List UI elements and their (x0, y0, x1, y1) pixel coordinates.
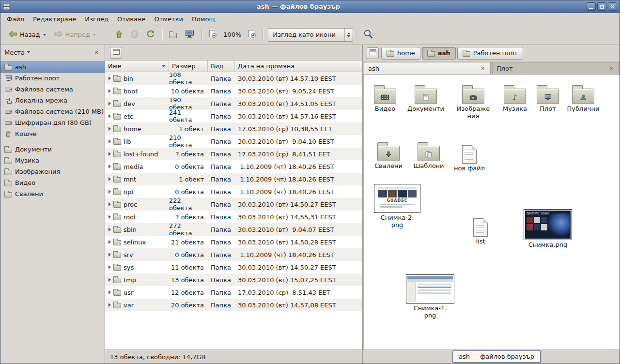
sort-arrow-icon[interactable] (162, 65, 166, 67)
reload-button[interactable] (142, 27, 159, 43)
table-row[interactable]: etc241 обектаПапка30.03.2010 (вт) 14,57,… (105, 110, 362, 122)
home-button[interactable] (165, 27, 181, 43)
file-icon-item[interactable]: Шаблони (409, 141, 449, 170)
file-icon-item[interactable]: Изображения (453, 84, 493, 120)
column-header[interactable]: Вид (208, 61, 235, 72)
stop-button[interactable] (126, 27, 142, 43)
expander-icon[interactable] (108, 253, 111, 257)
expander-icon[interactable] (108, 139, 111, 143)
table-row[interactable]: var20 обектаПапка30.03.2010 (вт) 14,57,0… (105, 299, 362, 311)
expander-icon[interactable] (108, 152, 111, 156)
expander-icon[interactable] (108, 177, 111, 181)
table-row[interactable]: lib210 обектаПапка30.03.2010 (вт) 9,04,1… (105, 135, 362, 148)
table-row[interactable]: media0 обектаПапка 1.10.2009 (чт) 18,40,… (105, 160, 362, 173)
expander-icon[interactable] (108, 303, 111, 307)
sidebar-item[interactable]: Свалени (0, 188, 105, 199)
table-row[interactable]: sys11 обектаПапка30.03.2010 (вт) 14,50,2… (105, 261, 362, 273)
sidebar-item[interactable]: Файлова система (0, 84, 105, 95)
maximize-button[interactable] (597, 2, 606, 11)
menu-item[interactable]: Помощ (187, 14, 219, 24)
zoom-in-button[interactable] (244, 27, 260, 43)
expander-icon[interactable] (108, 165, 111, 168)
minimize-button[interactable] (587, 2, 596, 11)
table-row[interactable]: sbin272 обектаПапка30.03.2010 (вт) 9,04,… (105, 223, 362, 236)
file-icon-item[interactable]: Публични (563, 84, 603, 113)
table-row[interactable]: proc222 обектаПапка30.03.2010 (вт) 14,50… (105, 198, 362, 211)
view-mode-select[interactable]: Изглед като икони (268, 28, 353, 42)
expander-icon[interactable] (108, 215, 111, 219)
table-row[interactable]: boot10 обектаПапка30.03.2010 (вт) 9,05,2… (105, 85, 362, 97)
sidebar-item[interactable]: Видео (0, 177, 105, 188)
menu-item[interactable]: Отметки (150, 14, 187, 24)
sidebar-item[interactable]: Работен плот (0, 73, 105, 84)
up-button[interactable] (111, 27, 126, 43)
sidebar-item[interactable]: ash (0, 61, 105, 73)
sidebar-dropdown-icon[interactable] (27, 51, 30, 53)
menu-item[interactable]: Отиване (113, 14, 150, 24)
back-button[interactable]: Назад (4, 27, 50, 43)
tab-close-icon[interactable]: ✕ (608, 65, 615, 72)
expander-icon[interactable] (108, 190, 111, 194)
file-icon-item[interactable]: Плот (528, 84, 568, 113)
expander-icon[interactable] (108, 265, 111, 269)
table-row[interactable]: lost+found? обектаПапка17.03.2010 (ср) 8… (105, 148, 362, 160)
file-icon-item[interactable]: list (461, 216, 500, 245)
table-row[interactable]: home1 обектПапка17.03.2010 (ср) 10,38,55… (105, 122, 362, 135)
icon-canvas[interactable]: ВидеоДокументиИзображения♪МузикаПлотПубл… (363, 75, 620, 349)
file-icon-item[interactable]: Документи (406, 84, 446, 113)
sidebar-item[interactable]: Музика (0, 155, 105, 166)
table-row[interactable]: mnt1 обектПапка 1.10.2009 (чт) 18,40,26 … (105, 173, 362, 185)
expander-icon[interactable] (108, 202, 111, 206)
file-icon-item[interactable]: GNOME StoreСнимка.png (521, 209, 574, 249)
back-dropdown-icon[interactable] (43, 34, 46, 36)
forward-button[interactable]: Напред (50, 27, 100, 43)
file-icon-item[interactable]: GUADECСнимка-2.png (371, 184, 424, 229)
file-icon-item[interactable]: Свалени (369, 141, 408, 170)
close-button[interactable]: ✕ (608, 2, 617, 11)
table-row[interactable]: bin108 обектаПапка30.03.2010 (вт) 14,57,… (105, 72, 362, 85)
sidebar-item[interactable]: Кошче (0, 128, 105, 139)
table-row[interactable]: dev190 обектаПапка30.03.2010 (вт) 14,51,… (105, 97, 362, 110)
sidebar-item[interactable]: Изображения (0, 166, 105, 177)
expander-icon[interactable] (108, 76, 111, 80)
expander-icon[interactable] (108, 278, 111, 282)
path-button[interactable]: home (381, 47, 420, 60)
tab-close-icon[interactable]: ✕ (480, 65, 486, 72)
column-header[interactable]: Размер (169, 61, 208, 72)
expander-icon[interactable] (108, 290, 111, 294)
search-button[interactable] (359, 27, 377, 43)
expander-icon[interactable] (108, 228, 111, 231)
sidebar-item[interactable]: Шифриран дял (80 GB) (0, 117, 105, 128)
table-row[interactable]: root? обектаПапка30.03.2010 (вт) 14,55,3… (105, 211, 362, 223)
column-header[interactable]: Име (105, 61, 169, 72)
expander-icon[interactable] (108, 240, 111, 244)
file-icon-item[interactable]: нов файл (450, 143, 489, 172)
menu-item[interactable]: Изглед (80, 14, 113, 24)
table-row[interactable]: opt0 обектаПапка 1.10.2009 (чт) 18,40,26… (105, 185, 362, 198)
table-row[interactable]: usr12 обектаПапка17.03.2010 (ср) 8,51,43… (105, 286, 362, 299)
computer-button[interactable] (181, 27, 199, 43)
edit-location-button[interactable] (110, 47, 122, 59)
table-row[interactable]: tmp13 обектаПапка30.03.2010 (вт) 15,07,2… (105, 273, 362, 286)
sidebar-item[interactable]: Локална мрежа (0, 95, 105, 106)
edit-location-button-2[interactable] (367, 47, 379, 59)
path-button[interactable]: ash (422, 47, 456, 60)
expander-icon[interactable] (108, 102, 111, 106)
table-row[interactable]: srv0 обектаПапка 1.10.2009 (чт) 18,40,26… (105, 248, 362, 261)
menu-item[interactable]: Редактиране (29, 14, 80, 24)
file-icon-item[interactable]: Снимка-1.png (403, 274, 457, 319)
menu-item[interactable]: Файл (2, 14, 29, 24)
sidebar-title[interactable]: Места (4, 49, 25, 56)
expander-icon[interactable] (108, 127, 111, 131)
zoom-out-button[interactable] (205, 27, 220, 43)
sidebar-item[interactable]: Файлова система (210 MB) (0, 106, 105, 117)
file-icon-item[interactable]: Видео (365, 84, 405, 113)
expander-icon[interactable] (108, 114, 111, 118)
titlebar[interactable]: ash — файлов браузър ✕ (0, 0, 620, 13)
combo-spinner-icon[interactable] (344, 29, 353, 41)
tab[interactable]: Плот✕ (492, 62, 619, 74)
table-row[interactable]: selinux21 обектаПапка30.03.2010 (вт) 14,… (105, 236, 362, 248)
tab[interactable]: ash✕ (364, 62, 491, 74)
path-button[interactable]: Работен плот (457, 47, 523, 60)
column-header[interactable]: Дата на промяна (235, 61, 362, 72)
